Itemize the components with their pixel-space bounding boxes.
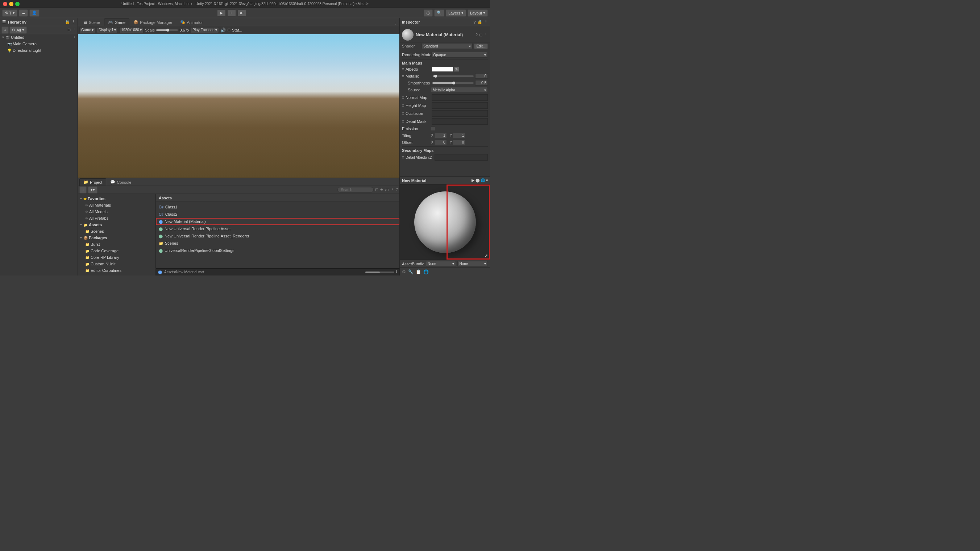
assetbundle-dropdown1[interactable]: None ▾ [426,261,456,267]
height-map-slot[interactable] [432,102,488,109]
project-add-button[interactable]: + [80,186,87,194]
aspect-icon[interactable]: ⊡ [227,27,231,32]
inspector-footer-icon3[interactable]: 📋 [416,269,421,274]
shader-dropdown[interactable]: Standard ▾ [422,43,473,49]
game-resolution-dropdown[interactable]: 1920x1080 ▾ [119,27,143,33]
hierarchy-more-icon[interactable]: ⋮ [72,27,76,32]
pkg-editor-coroutines[interactable]: 📁 Editor Coroutines [78,267,156,274]
play-button[interactable]: ▶ [217,10,226,17]
inspector-footer-icon4[interactable]: 🌐 [423,269,429,274]
cloud-button[interactable]: ☁ [19,10,28,17]
tab-animator[interactable]: 🎭 Animator [176,19,207,26]
hierarchy-light-item[interactable]: 💡 Directional Light [0,47,78,54]
tab-scene[interactable]: 🏔 Scene [80,19,104,26]
favorites-prefabs[interactable]: ⊙ All Prefabs [78,215,156,221]
detail-mask-slot[interactable] [432,118,488,125]
center-tab-more-icon[interactable]: ⋮ [393,21,397,26]
asset-new-material[interactable]: ⬤ New Material (Material) [156,218,399,225]
status-info-icon[interactable]: ℹ [396,270,397,274]
asset-class2[interactable]: C# Class2 [156,210,399,218]
normal-map-slot[interactable] [432,94,488,101]
inspector-lock-icon[interactable]: 🔒 [477,19,482,24]
inspector-footer-icon1[interactable]: ⚙ [402,269,406,274]
tab-project[interactable]: 📁 Project [80,178,106,186]
game-display-dropdown[interactable]: Game ▾ [80,27,95,33]
hierarchy-camera-item[interactable]: 📷 Main Camera [0,41,78,47]
tab-console[interactable]: 💬 Console [106,178,135,186]
packages-section-nav[interactable]: ▼ 📦 Packages [78,234,156,241]
zoom-slider[interactable] [365,272,394,273]
assetbundle-dropdown2[interactable]: None ▾ [457,261,488,267]
project-filter2-icon[interactable]: ★ [380,188,383,192]
project-filter1-icon[interactable]: ⊡ [375,188,379,192]
account-button[interactable]: 👤 [29,10,40,17]
minimize-button[interactable] [9,2,13,6]
inspector-help-icon[interactable]: ? [473,20,476,24]
tab-package-manager[interactable]: 📦 Package Manager [129,19,176,26]
hierarchy-menu-icon[interactable]: ⋮ [72,19,75,24]
metallic-value[interactable]: 0 [475,73,488,79]
occlusion-map-slot[interactable] [432,110,488,117]
asset-scenes-folder[interactable]: 📁 Scenes [156,240,399,247]
favorites-section[interactable]: ▼ ★ Favorites [78,195,156,202]
layers-dropdown[interactable]: Layers ▾ [446,10,466,17]
preview-expand-btn[interactable]: ⤢ [485,253,488,258]
rendering-mode-dropdown[interactable]: Opaque ▾ [431,52,488,57]
pause-button[interactable]: ⏸ [227,10,236,17]
edit-shader-button[interactable]: Edit... [474,43,488,49]
audio-icon[interactable]: 🔊 [220,27,226,33]
source-dropdown[interactable]: Metallic Alpha ▾ [431,87,488,93]
play-focused-dropdown[interactable]: Play Focused ▾ [191,27,219,33]
history-button[interactable]: ⏱ [424,10,433,17]
pkg-jetbrains[interactable]: 📁 JetBrains Rider Editor [78,274,156,276]
detail-albedo-slot[interactable] [434,154,488,161]
hierarchy-root-menu[interactable]: ⋮ [73,35,76,40]
layout-dropdown[interactable]: Layout ▾ [468,10,488,17]
project-filter3-icon[interactable]: 🏷 [385,188,389,192]
offset-y-value[interactable]: 0 [453,140,465,145]
albedo-picker-btn[interactable]: ✎ [454,67,459,72]
asset-class1[interactable]: C# Class1 [156,203,399,210]
maximize-button[interactable] [15,2,19,6]
tiling-y-value[interactable]: 1 [453,133,465,138]
project-filter4-icon[interactable]: ⋮ [390,188,394,192]
favorites-materials[interactable]: ⊙ All Materials [78,202,156,209]
tools-dropdown[interactable]: ⟲ T ▾ [2,10,18,17]
preview-env-btn[interactable]: 🌐 [480,178,485,182]
assets-scenes-nav[interactable]: 📁 Scenes [78,228,156,234]
pkg-core-rp[interactable]: 📁 Core RP Library [78,254,156,261]
preview-more-btn[interactable]: ▾ [486,178,488,182]
hierarchy-scene-root[interactable]: ▼ 🎬 Untitled ⋮ [0,34,78,41]
asset-urp-renderer[interactable]: ⬤ New Universal Render Pipeline Asset_Re… [156,233,399,240]
tab-game[interactable]: 🎮 Game [104,19,129,26]
inspector-menu-icon[interactable]: ⋮ [484,19,488,24]
preview-play-icon[interactable]: ▶ [471,178,474,182]
mat-menu-icon[interactable]: ⋮ [484,33,488,37]
mat-help-icon[interactable]: ? [476,33,478,37]
search-button[interactable]: 🔍 [434,10,444,17]
smoothness-value[interactable]: 0.5 [475,80,488,86]
preview-sphere-btn[interactable]: ⬤ [476,178,479,182]
assets-section-nav[interactable]: ▼ 📁 Assets [78,221,156,228]
albedo-color-swatch[interactable] [432,67,453,72]
stats-label[interactable]: Stat... [232,28,242,32]
pkg-code-coverage[interactable]: 📁 Code Coverage [78,248,156,254]
inspector-footer-icon2[interactable]: 🔧 [408,269,414,274]
pkg-custom-nunit[interactable]: 📁 Custom NUnit [78,261,156,267]
asset-urp-asset[interactable]: ⬤ New Universal Render Pipeline Asset [156,225,399,233]
emission-checkbox[interactable] [431,126,435,131]
game-display2-dropdown[interactable]: Display 1 ▾ [97,27,118,33]
project-more-button[interactable]: ▾▾ [88,186,97,194]
scale-slider[interactable] [156,29,178,31]
tiling-x-value[interactable]: 1 [434,133,447,138]
hierarchy-search-dropdown[interactable]: ⊙All▾ [10,27,27,34]
favorites-models[interactable]: ⊙ All Models [78,209,156,215]
offset-x-value[interactable]: 0 [434,140,447,145]
mat-more-icon[interactable]: ⊡ [479,33,482,37]
metallic-slider[interactable] [433,75,474,77]
pkg-burst[interactable]: 📁 Burst [78,241,156,248]
hierarchy-lock-icon[interactable]: 🔒 [65,19,70,24]
hierarchy-filter-icon[interactable]: ⊞ [67,27,71,32]
project-search-input[interactable] [337,187,374,193]
close-button[interactable] [3,2,7,6]
